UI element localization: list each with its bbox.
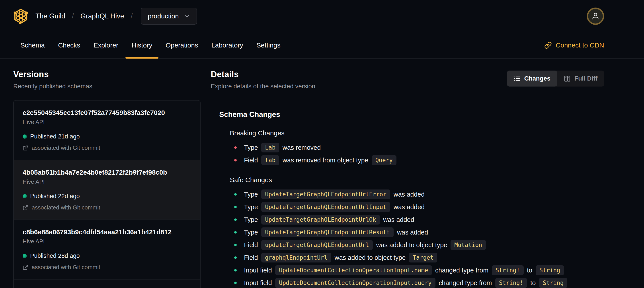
connect-to-cdn-label: Connect to CDN: [556, 42, 604, 49]
code-chip: String!: [495, 278, 527, 288]
version-service-name: Hive API: [22, 238, 191, 245]
change-item: TypeUpdateTargetGraphQLEndpointUrlErrorw…: [230, 189, 604, 200]
code-chip: String: [536, 265, 564, 275]
version-service-name: Hive API: [22, 178, 191, 185]
code-chip: Lab: [261, 143, 279, 153]
change-text: Input field: [244, 279, 272, 287]
code-chip: graphqlEndpointUrl: [261, 253, 331, 263]
change-section-title: Safe Changes: [230, 176, 604, 184]
version-list-item[interactable]: e2e55045345ce13fe07f52a77459b83fa3fe7020…: [14, 101, 200, 160]
change-text: was added: [394, 203, 424, 211]
tab-operations[interactable]: Operations: [166, 32, 198, 58]
change-text: Type: [244, 191, 258, 198]
change-section-title: Breaking Changes: [230, 129, 604, 137]
published-status-dot: [22, 194, 27, 198]
change-text: Type: [244, 144, 258, 151]
breadcrumb-separator: /: [72, 12, 74, 20]
details-header: Details Explore details of the selected …: [211, 70, 604, 90]
code-chip: Mutation: [450, 240, 486, 250]
tab-laboratory[interactable]: Laboratory: [212, 32, 243, 58]
code-chip: updateTargetGraphQLEndpointUrl: [261, 240, 373, 250]
change-section-breaking: Breaking ChangesTypeLabwas removedFieldl…: [219, 129, 604, 166]
tab-bar: Schema Checks Explorer History Operation…: [0, 32, 644, 59]
tab-checks[interactable]: Checks: [58, 32, 80, 58]
change-text: to: [530, 279, 536, 287]
user-icon: [592, 12, 600, 20]
connect-to-cdn-link[interactable]: Connect to CDN: [544, 32, 604, 58]
code-chip: UpdateTargetGraphQLEndpointUrlOk: [261, 215, 380, 225]
code-chip: String: [539, 278, 567, 288]
version-service-name: Hive API: [22, 119, 191, 126]
published-status-dot: [22, 134, 27, 139]
change-text: Field: [244, 254, 258, 261]
breadcrumb-org[interactable]: The Guild: [36, 12, 65, 20]
main-content: Versions Recently published schemas. e2e…: [0, 59, 644, 288]
git-commit-link[interactable]: associated with Git commit: [22, 204, 191, 211]
external-link-icon: [22, 205, 28, 211]
change-text: was added: [397, 229, 428, 236]
external-link-icon: [22, 145, 28, 151]
version-hash: 4b05ab51b1b4a7e2e4b0ef82172f2b9f7ef98c0b: [22, 169, 191, 176]
version-published-text: Published 22d ago: [30, 193, 80, 200]
version-published-text: Published 21d ago: [30, 133, 80, 140]
tab-settings[interactable]: Settings: [256, 32, 280, 58]
change-text: was added: [394, 191, 424, 198]
change-text: was added: [383, 216, 414, 223]
code-chip: UpdateDocumentCollectionOperationInput.n…: [275, 265, 432, 275]
version-status-row: Published 22d ago: [22, 193, 191, 200]
target-selector-dropdown[interactable]: production: [141, 8, 197, 25]
schema-changes-block: Schema Changes Breaking ChangesTypeLabwa…: [211, 110, 604, 288]
version-list-item[interactable]: 4b05ab51b1b4a7e2e4b0ef82172f2b9f7ef98c0b…: [14, 160, 200, 219]
change-section-safe: Safe ChangesTypeUpdateTargetGraphQLEndpo…: [219, 176, 604, 288]
tab-explorer[interactable]: Explorer: [94, 32, 118, 58]
git-commit-text: associated with Git commit: [32, 264, 100, 271]
change-item: FieldgraphqlEndpointUrlwas added to obje…: [230, 252, 604, 263]
target-selector-value: production: [148, 13, 179, 20]
code-chip: lab: [261, 155, 279, 165]
change-item: FieldupdateTargetGraphQLEndpointUrlwas a…: [230, 240, 604, 250]
breadcrumb-separator: /: [131, 12, 133, 20]
change-list: TypeUpdateTargetGraphQLEndpointUrlErrorw…: [230, 189, 604, 288]
breadcrumb-project[interactable]: GraphQL Hive: [80, 12, 124, 20]
code-chip: Query: [372, 155, 396, 165]
details-subtitle: Explore details of the selected version: [211, 83, 315, 90]
version-hash: c8b6e88a06793b9c4dfd54aaa21b36a1b421d812: [22, 228, 191, 236]
change-item: Fieldlabwas removed from object typeQuer…: [230, 155, 604, 166]
change-list: TypeLabwas removedFieldlabwas removed fr…: [230, 142, 604, 166]
top-bar: The Guild / GraphQL Hive / production: [0, 0, 644, 32]
code-chip: String!: [492, 265, 524, 275]
published-status-dot: [22, 254, 27, 258]
tab-schema[interactable]: Schema: [20, 32, 45, 58]
change-text: to: [527, 267, 532, 274]
tab-history[interactable]: History: [132, 32, 152, 58]
user-avatar-button[interactable]: [587, 8, 604, 25]
change-text: Field: [244, 241, 258, 249]
version-list-item[interactable]: a823f6db2a55df877dcf406006abca97fcc4858c…: [14, 279, 200, 288]
full-diff-view-button[interactable]: Full Diff: [557, 71, 604, 87]
change-item: TypeUpdateTargetGraphQLEndpointUrlInputw…: [230, 202, 604, 212]
git-commit-text: associated with Git commit: [32, 144, 100, 151]
chevron-down-icon: [184, 13, 190, 19]
full-diff-view-label: Full Diff: [574, 75, 598, 82]
version-status-row: Published 28d ago: [22, 252, 191, 259]
change-text: Field: [244, 157, 258, 164]
code-chip: UpdateTargetGraphQLEndpointUrlResult: [261, 227, 394, 237]
hive-logo-icon[interactable]: [13, 8, 29, 24]
versions-panel: Versions Recently published schemas. e2e…: [13, 70, 200, 288]
change-text: Input field: [244, 267, 272, 274]
changes-view-button[interactable]: Changes: [507, 71, 557, 87]
change-item: Input fieldUpdateDocumentCollectionOpera…: [230, 277, 604, 288]
git-commit-link[interactable]: associated with Git commit: [22, 264, 191, 271]
change-text: was removed from object type: [282, 157, 368, 164]
versions-subtitle: Recently published schemas.: [13, 83, 200, 90]
change-sections: Breaking ChangesTypeLabwas removedFieldl…: [219, 129, 604, 288]
git-commit-link[interactable]: associated with Git commit: [22, 144, 191, 151]
changes-view-label: Changes: [524, 75, 550, 82]
code-chip: UpdateTargetGraphQLEndpointUrlInput: [261, 202, 390, 212]
change-text: Type: [244, 216, 258, 223]
change-text: was removed: [282, 144, 321, 151]
version-list-item[interactable]: c8b6e88a06793b9c4dfd54aaa21b36a1b421d812…: [14, 219, 200, 279]
change-item: TypeLabwas removed: [230, 142, 604, 153]
git-commit-text: associated with Git commit: [32, 204, 100, 211]
change-text: was added to object type: [376, 241, 447, 249]
